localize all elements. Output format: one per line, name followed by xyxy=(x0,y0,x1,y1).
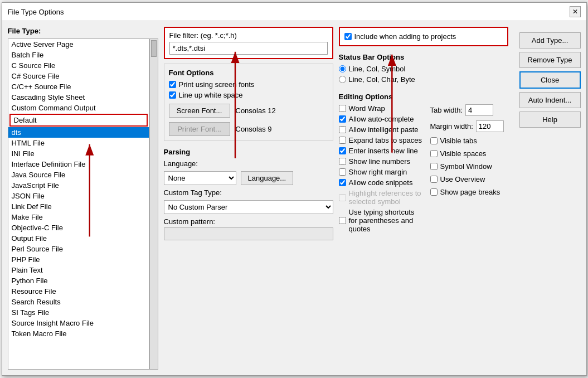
custom-pattern-input[interactable] xyxy=(164,227,333,240)
include-checkbox[interactable] xyxy=(344,33,352,40)
list-item[interactable]: SI Tags File xyxy=(8,307,149,318)
expand-tabs-label: Expand tabs to spaces xyxy=(349,136,422,144)
close-button[interactable]: Close xyxy=(519,71,581,89)
print-screen-fonts-label: Print using screen fonts xyxy=(179,80,255,89)
list-item[interactable]: Resource File xyxy=(8,286,149,297)
list-item[interactable]: Default xyxy=(9,114,148,127)
show-right-margin-checkbox[interactable] xyxy=(339,168,346,176)
show-page-breaks-checkbox[interactable] xyxy=(430,188,438,196)
visible-tabs-row: Visible tabs xyxy=(430,137,508,145)
list-item[interactable]: Java Source File xyxy=(8,169,149,180)
status-bar-option2-label: Line, Col, Char, Byte xyxy=(349,75,415,84)
list-item[interactable]: Cascading Style Sheet xyxy=(8,92,149,103)
line-up-whitespace-checkbox[interactable] xyxy=(169,91,176,99)
auto-indent-button[interactable]: Auto Indent... xyxy=(519,92,581,108)
use-overview-checkbox[interactable] xyxy=(430,176,438,183)
list-item[interactable]: Objective-C File xyxy=(8,222,149,233)
custom-pattern-label: Custom pattern: xyxy=(164,217,333,226)
use-overview-label: Use Overview xyxy=(440,175,485,183)
typing-shortcuts-checkbox[interactable] xyxy=(339,217,346,224)
intelligent-paste-checkbox[interactable] xyxy=(339,126,346,133)
file-list-scrollbar[interactable] xyxy=(149,38,158,370)
list-item[interactable]: Batch File xyxy=(8,50,149,60)
list-item[interactable]: Plain Text xyxy=(8,265,149,275)
word-wrap-row: Word Wrap xyxy=(339,104,425,113)
enter-inserts-label: Enter inserts new line xyxy=(349,147,418,155)
print-screen-fonts-checkbox[interactable] xyxy=(169,81,176,88)
show-line-numbers-label: Show line numbers xyxy=(349,157,411,166)
close-icon[interactable]: ✕ xyxy=(570,6,581,17)
help-button[interactable]: Help xyxy=(519,112,581,128)
list-item[interactable]: Search Results xyxy=(8,297,149,307)
remove-type-button[interactable]: Remove Type xyxy=(519,52,581,68)
include-box: Include when adding to projects xyxy=(339,27,508,46)
show-page-breaks-row: Show page breaks xyxy=(430,188,508,196)
button-panel: Add Type... Remove Type Close Auto Inden… xyxy=(514,27,581,370)
show-line-numbers-checkbox[interactable] xyxy=(339,158,346,165)
line-up-whitespace-label: Line up white space xyxy=(179,91,243,99)
font-options-section: Font Options Print using screen fonts Li… xyxy=(164,64,333,141)
list-item[interactable]: Python File xyxy=(8,275,149,286)
typing-shortcuts-row: Use typing shortcuts for parentheses and… xyxy=(339,208,425,233)
middle-panel: File filter: (eg. *.c;*.h) Font Options … xyxy=(164,27,333,370)
right-section: Include when adding to projects Status B… xyxy=(339,27,508,370)
file-filter-box: File filter: (eg. *.c;*.h) xyxy=(164,27,333,59)
list-item[interactable]: Interface Definition File xyxy=(8,159,149,169)
auto-complete-row: Allow auto-complete xyxy=(339,115,425,123)
list-item[interactable]: JSON File xyxy=(8,191,149,201)
list-item[interactable]: Perl Source File xyxy=(8,244,149,254)
tab-width-input[interactable] xyxy=(465,104,493,116)
symbol-window-label: Symbol Window xyxy=(440,162,492,171)
list-item[interactable]: Active Server Page xyxy=(8,39,149,50)
word-wrap-checkbox[interactable] xyxy=(339,105,346,112)
status-bar-option1-label: Line, Col, Symbol xyxy=(349,65,406,73)
editing-cols: Word Wrap Allow auto-complete Allow inte… xyxy=(339,104,508,235)
expand-tabs-checkbox[interactable] xyxy=(339,137,346,144)
highlight-refs-row: Highlight references to selected symbol xyxy=(339,189,425,206)
highlight-refs-label: Highlight references to selected symbol xyxy=(349,189,425,206)
scrollbar-thumb[interactable] xyxy=(151,40,157,57)
show-right-margin-row: Show right margin xyxy=(339,168,425,176)
custom-tag-select[interactable]: No Custom Parser xyxy=(164,200,333,214)
auto-complete-checkbox[interactable] xyxy=(339,115,346,123)
list-item[interactable]: JavaScript File xyxy=(8,180,149,191)
list-item[interactable]: Link Def File xyxy=(8,201,149,212)
symbol-window-checkbox[interactable] xyxy=(430,163,438,170)
file-list-container: Active Server Page Batch File C Source F… xyxy=(8,38,158,370)
list-item[interactable]: Custom Command Output xyxy=(8,103,149,113)
list-item[interactable]: Output File xyxy=(8,233,149,244)
list-item[interactable]: C# Source File xyxy=(8,71,149,81)
editing-options-section: Editing Options Word Wrap Allow auto-com… xyxy=(339,93,508,370)
list-item[interactable]: Make File xyxy=(8,212,149,222)
code-snippets-label: Allow code snippets xyxy=(349,178,413,187)
list-item[interactable]: Source Insight Macro File xyxy=(8,318,149,328)
language-controls-row: None Language... xyxy=(164,171,333,185)
status-bar-radio1[interactable] xyxy=(339,65,346,72)
file-list[interactable]: Active Server Page Batch File C Source F… xyxy=(8,38,149,370)
custom-tag-row: Custom Tag Type: No Custom Parser xyxy=(164,188,333,214)
list-item[interactable]: C/C++ Source File xyxy=(8,81,149,92)
list-item[interactable]: C Source File xyxy=(8,60,149,71)
language-button[interactable]: Language... xyxy=(241,171,294,185)
highlight-refs-checkbox[interactable] xyxy=(339,194,346,201)
enter-inserts-row: Enter inserts new line xyxy=(339,147,425,155)
list-item[interactable]: HTML File xyxy=(8,138,149,148)
list-item-selected[interactable]: dts xyxy=(8,127,149,138)
margin-width-row: Margin width: xyxy=(430,120,508,132)
screen-font-button[interactable]: Screen Font... xyxy=(169,104,230,118)
language-select[interactable]: None xyxy=(164,171,236,185)
status-bar-radio2[interactable] xyxy=(339,76,346,83)
visible-tabs-checkbox[interactable] xyxy=(430,137,438,144)
code-snippets-checkbox[interactable] xyxy=(339,179,346,186)
list-item[interactable]: PHP File xyxy=(8,254,149,265)
visible-spaces-checkbox[interactable] xyxy=(430,150,438,157)
printer-font-button[interactable]: Printer Font... xyxy=(169,122,230,136)
margin-width-input[interactable] xyxy=(476,120,504,132)
visible-tabs-label: Visible tabs xyxy=(440,137,477,145)
add-type-button[interactable]: Add Type... xyxy=(519,32,581,49)
list-item[interactable]: Token Macro File xyxy=(8,328,149,339)
list-item[interactable]: INI File xyxy=(8,148,149,159)
enter-inserts-checkbox[interactable] xyxy=(339,147,346,154)
file-filter-input[interactable] xyxy=(169,42,328,55)
dialog-body: File Type: Active Server Page Batch File… xyxy=(2,21,586,375)
